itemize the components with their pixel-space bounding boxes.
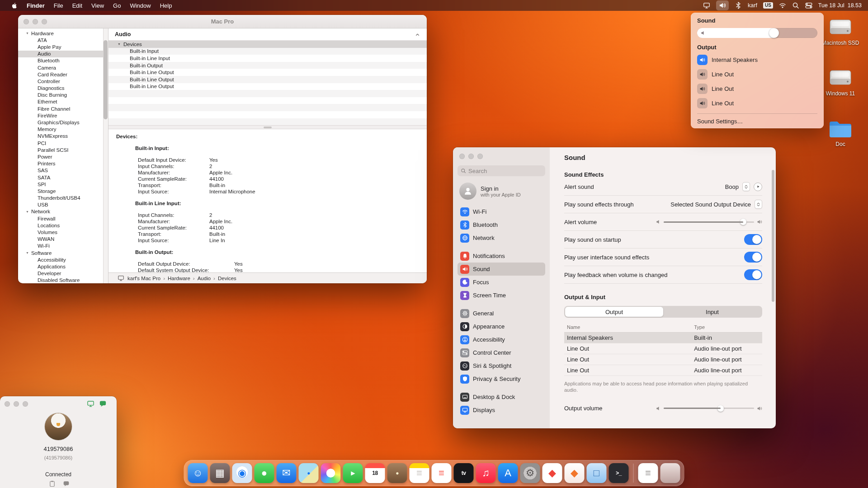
device-row[interactable]: Line Out Audio line-out port [564,354,762,365]
trash-icon[interactable] [660,463,680,483]
toggle-switch[interactable] [744,269,762,280]
minimize-button[interactable] [468,154,474,159]
toggle-switch[interactable] [744,234,762,245]
menu-item[interactable]: Help [156,2,177,9]
close-button[interactable] [24,19,29,24]
app-store-icon[interactable]: A [498,463,518,483]
sidebar-item[interactable]: SPI [18,181,108,188]
sidebar-item[interactable]: Fibre Channel [18,105,108,112]
sidebar-item[interactable]: Printers [18,160,108,167]
minimize-button[interactable] [14,401,19,407]
device-row[interactable]: Line Out Audio line-out port [564,343,762,354]
calendar-icon[interactable]: 18 [365,463,385,483]
settings-sidebar-item[interactable]: Appearance [458,320,545,333]
username-status[interactable]: karf [748,2,757,9]
device-tree-row[interactable]: Devices [108,41,427,48]
sidebar-item[interactable]: SATA [18,174,108,181]
sidebar-item[interactable]: ATA [18,37,108,43]
settings-sidebar-item[interactable]: Network [458,231,545,244]
settings-sidebar-item[interactable]: Control Center [458,346,545,359]
bluetooth-status-icon[interactable] [735,2,742,9]
settings-sidebar-item[interactable]: Privacy & Security [458,372,545,385]
output-device-item[interactable]: Line Out [697,67,817,81]
settings-sidebar-item[interactable]: Screen Time [458,289,545,302]
device-row[interactable]: Line Out Audio line-out port [564,365,762,376]
device-tree-row[interactable]: Built-in Line Output [108,83,427,90]
device-tree-row[interactable]: Built-in Line Input [108,55,427,62]
sidebar-item[interactable]: Software [18,249,108,256]
wifi-status-icon[interactable] [779,2,786,9]
sidebar-item[interactable]: Applications [18,263,108,270]
sidebar-item[interactable]: Thunderbolt/USB4 [18,195,108,202]
sidebar-item[interactable]: Disabled Software [18,277,108,283]
sidebar-item[interactable]: Power [18,153,108,160]
breadcrumb-item[interactable]: Devices [211,276,236,281]
sidebar-item[interactable]: NVMExpress [18,133,108,140]
close-button[interactable] [5,401,10,407]
photo-booth-icon[interactable]: ● [387,463,407,483]
device-tree-row[interactable]: Built-in Output [108,62,427,69]
chat-icon[interactable] [99,400,107,408]
anydesk-icon[interactable]: ◆ [542,463,562,483]
sidebar-item[interactable]: Network [18,208,108,215]
safari-icon[interactable]: ◉ [232,463,252,483]
menu-item[interactable]: Go [108,2,125,9]
volume-slider[interactable] [697,28,817,38]
close-button[interactable] [459,154,465,159]
spotlight-search-icon[interactable] [792,2,799,9]
maps-icon[interactable]: ● [299,463,319,483]
sidebar-item[interactable]: Controller [18,78,108,84]
tab[interactable]: Output [565,307,663,317]
volume-slider-knob[interactable] [769,28,779,38]
settings-sidebar-item[interactable]: Accessibility [458,333,545,346]
toggle-switch[interactable] [744,252,762,263]
sidebar-item[interactable]: Audio [18,51,108,57]
tv-icon[interactable]: tv [454,463,474,483]
remote-monitor-icon[interactable] [87,400,94,408]
minimize-button[interactable] [33,19,38,24]
sidebar-item[interactable]: Volumes [18,229,108,235]
settings-sidebar-item[interactable]: General [458,307,545,320]
settings-sidebar-item[interactable]: Focus [458,276,545,289]
sidebar-item[interactable]: Bluetooth [18,57,108,64]
output-device-item[interactable]: Internal Speakers [697,52,817,67]
device-tree-row[interactable]: Built-in Line Output [108,76,427,83]
sidebar-item[interactable]: PCI [18,140,108,146]
photos-icon[interactable] [321,463,341,483]
settings-sidebar-item[interactable]: Wi-Fi [458,205,545,218]
apple-menu[interactable] [6,2,22,9]
sidebar-item[interactable]: Locations [18,222,108,229]
zoom-button[interactable] [477,154,483,159]
sidebar-item[interactable]: Ethernet [18,99,108,105]
pane-splitter[interactable] [108,125,427,129]
sidebar-item[interactable]: Disc Burning [18,92,108,99]
device-row[interactable]: Internal Speakers Built-in [564,333,762,343]
terminal-icon[interactable]: >_ [609,463,629,483]
textedit-icon[interactable]: ≡ [638,463,658,483]
device-tree-row[interactable]: Built-in Input [108,48,427,55]
zoom-button[interactable] [42,19,47,24]
search-input[interactable]: Search [458,165,545,176]
notes-icon[interactable]: ≡ [410,463,429,483]
messages-icon[interactable]: ● [255,463,274,483]
sidebar-item[interactable]: SAS [18,167,108,174]
mail-icon[interactable]: ✉ [277,463,297,483]
output-device-item[interactable]: Line Out [697,96,817,110]
reminders-icon[interactable]: ≡ [432,463,452,483]
menu-item[interactable]: View [87,2,108,9]
sidebar-item[interactable]: Apple Pay [18,43,108,50]
breadcrumb-item[interactable]: karf's Mac Pro [127,276,160,281]
facetime-icon[interactable]: ▶ [343,463,363,483]
settings-scrollbar[interactable] [772,170,774,302]
chat-icon[interactable] [63,480,70,487]
input-source-badge[interactable]: US [763,2,773,9]
zoom-button[interactable] [23,401,28,407]
audio-section-header[interactable]: Audio [108,28,427,41]
system-settings-icon[interactable]: ⚙ [520,463,540,483]
play-alert-sound-button[interactable] [754,183,762,191]
menu-item[interactable]: File [49,2,68,9]
settings-sidebar-item[interactable]: Desktop & Dock [458,390,545,404]
settings-sidebar-item[interactable]: Siri & Spotlight [458,359,545,372]
settings-sidebar-item[interactable]: Notifications [458,249,545,263]
sound-status-icon[interactable] [716,0,729,10]
